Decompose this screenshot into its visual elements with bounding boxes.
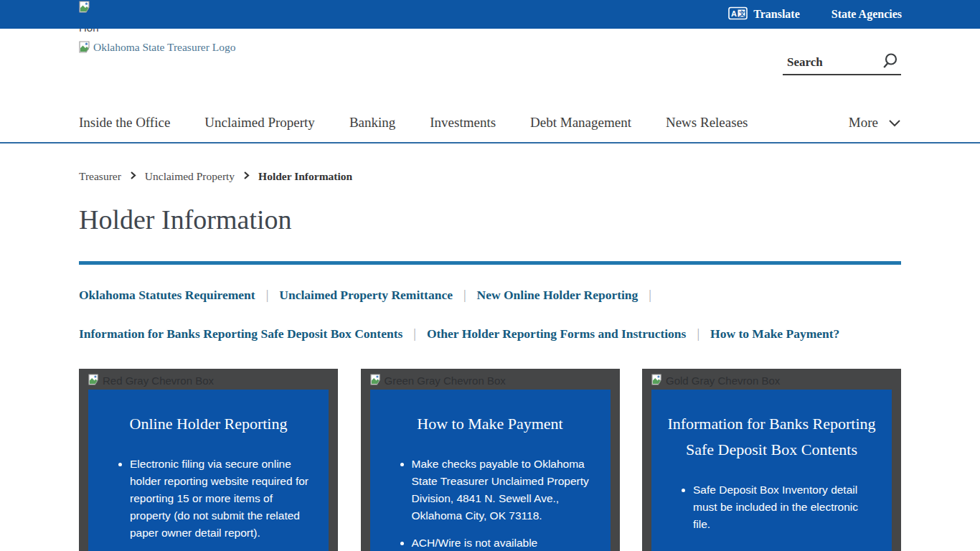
link-separator: | xyxy=(686,326,710,342)
card-title: How to Make Payment xyxy=(370,411,611,437)
state-agencies-label: State Agencies xyxy=(831,8,902,21)
card-bullet: Safe Deposit Box Inventory detail must b… xyxy=(693,481,876,533)
top-utility-bar: A 文 Translate State Agencies xyxy=(0,0,980,29)
card-bullet-list: Safe Deposit Box Inventory detail must b… xyxy=(651,481,892,533)
card-information-for-banks: Gold Gray Chevron Box Information for Ba… xyxy=(642,369,901,551)
quick-links-row: Oklahoma Statutes Requirement | Unclaime… xyxy=(79,288,908,303)
nav-more[interactable]: More xyxy=(849,115,901,131)
link-separator: | xyxy=(402,326,427,342)
card-bullet: Electronic filing via secure online hold… xyxy=(130,456,313,542)
link-separator: | xyxy=(453,288,477,303)
title-divider xyxy=(79,261,901,265)
quick-links: Oklahoma Statutes Requirement | Unclaime… xyxy=(79,288,908,365)
card-bullet-list: Electronic filing via secure online hold… xyxy=(88,456,329,542)
search-input[interactable] xyxy=(783,55,880,70)
card-online-holder-reporting: Red Gray Chevron Box Online Holder Repor… xyxy=(79,369,338,551)
card-image-alt-row: Gold Gray Chevron Box xyxy=(651,372,892,388)
breadcrumb-treasurer[interactable]: Treasurer xyxy=(79,170,121,183)
breadcrumb-holder-information: Holder Information xyxy=(258,170,352,183)
nav-divider xyxy=(0,142,980,143)
nav-debt-management[interactable]: Debt Management xyxy=(530,115,631,131)
link-information-for-banks[interactable]: Information for Banks Reporting Safe Dep… xyxy=(79,326,402,342)
breadcrumb-unclaimed-property[interactable]: Unclaimed Property xyxy=(145,170,235,183)
site-logo-link[interactable]: Oklahoma State Treasurer Logo xyxy=(79,41,235,56)
nav-investments[interactable]: Investments xyxy=(430,115,496,131)
quick-links-row: Information for Banks Reporting Safe Dep… xyxy=(79,326,908,342)
translate-label: Translate xyxy=(753,8,800,21)
svg-text:A: A xyxy=(731,9,737,17)
card-title: Information for Banks Reporting Safe Dep… xyxy=(651,411,892,463)
link-new-online-holder-reporting[interactable]: New Online Holder Reporting xyxy=(477,288,639,303)
broken-image-icon xyxy=(370,374,382,387)
chevron-down-icon xyxy=(888,115,901,131)
breadcrumb: Treasurer Unclaimed Property Holder Info… xyxy=(79,170,352,183)
nav-news-releases[interactable]: News Releases xyxy=(666,115,748,131)
search-button[interactable] xyxy=(880,52,901,72)
link-unclaimed-property-remittance[interactable]: Unclaimed Property Remittance xyxy=(279,288,453,303)
card-bullet-list: Make checks payable to Oklahoma State Tr… xyxy=(370,456,611,551)
nav-more-label: More xyxy=(849,115,878,131)
broken-image-icon[interactable] xyxy=(79,1,92,16)
nav-unclaimed-property[interactable]: Unclaimed Property xyxy=(204,115,315,131)
main-navigation: Inside the Office Unclaimed Property Ban… xyxy=(79,104,901,141)
translate-button[interactable]: A 文 Translate xyxy=(728,6,800,23)
card-content-box: Information for Banks Reporting Safe Dep… xyxy=(651,390,892,551)
search-icon xyxy=(881,62,900,72)
card-title: Online Holder Reporting xyxy=(88,411,329,437)
nav-inside-the-office[interactable]: Inside the Office xyxy=(79,115,170,131)
link-separator: | xyxy=(255,288,280,303)
nav-banking[interactable]: Banking xyxy=(349,115,395,131)
card-image-alt-row: Red Gray Chevron Box xyxy=(88,372,329,388)
chevron-right-icon xyxy=(242,170,250,183)
translate-icon: A 文 xyxy=(728,6,748,23)
broken-image-icon xyxy=(79,41,92,56)
search-box xyxy=(783,50,901,75)
card-image-alt-row: Green Gray Chevron Box xyxy=(370,372,611,388)
page-title: Holder Information xyxy=(79,204,292,235)
card-bullet: Make checks payable to Oklahoma State Tr… xyxy=(412,456,595,524)
broken-image-icon xyxy=(88,374,100,387)
broken-image-icon xyxy=(651,374,664,387)
link-oklahoma-statutes-requirement[interactable]: Oklahoma Statutes Requirement xyxy=(79,288,255,303)
svg-text:文: 文 xyxy=(738,9,745,17)
link-how-to-make-payment[interactable]: How to Make Payment? xyxy=(710,326,839,342)
card-content-box: Online Holder Reporting Electronic filin… xyxy=(88,390,329,551)
card-bullet: ACH/Wire is not available xyxy=(412,534,595,551)
info-cards: Red Gray Chevron Box Online Holder Repor… xyxy=(79,369,901,551)
logo-alt-text: Oklahoma State Treasurer Logo xyxy=(93,41,235,54)
card-how-to-make-payment: Green Gray Chevron Box How to Make Payme… xyxy=(361,369,620,551)
link-separator: | xyxy=(638,288,662,303)
chevron-right-icon xyxy=(129,170,137,183)
card-content-box: How to Make Payment Make checks payable … xyxy=(370,390,611,551)
link-other-holder-reporting-forms[interactable]: Other Holder Reporting Forms and Instruc… xyxy=(427,326,687,342)
card-image-alt-text: Red Gray Chevron Box xyxy=(103,375,214,387)
state-agencies-link[interactable]: State Agencies xyxy=(831,8,902,21)
card-image-alt-text: Green Gray Chevron Box xyxy=(385,375,506,387)
card-image-alt-text: Gold Gray Chevron Box xyxy=(666,375,780,387)
